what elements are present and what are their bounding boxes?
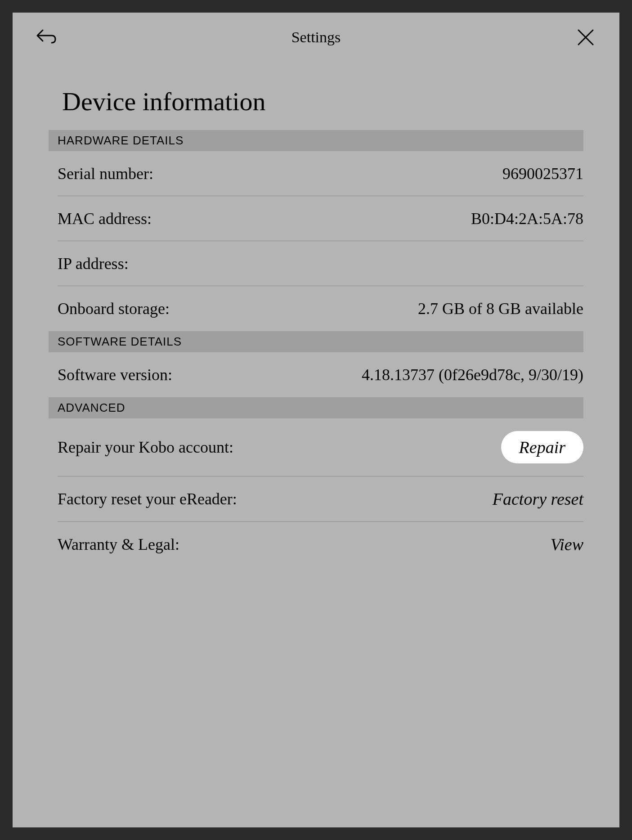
factory-reset-button[interactable]: Factory reset (493, 489, 583, 509)
software-version-label: Software version: (58, 365, 172, 384)
row-mac-address: MAC address: B0:D4:2A:5A:78 (58, 196, 583, 241)
software-version-value: 4.18.13737 (0f26e9d78c, 9/30/19) (362, 365, 583, 384)
page-title: Device information (13, 59, 619, 130)
storage-value: 2.7 GB of 8 GB available (418, 299, 583, 318)
header-title: Settings (291, 29, 341, 46)
device-info-screen: Settings Device information HARDWARE DET… (13, 13, 619, 827)
row-serial-number: Serial number: 9690025371 (58, 151, 583, 196)
row-factory-reset: Factory reset your eReader: Factory rese… (58, 476, 583, 522)
warranty-legal-label: Warranty & Legal: (58, 535, 179, 554)
factory-reset-label: Factory reset your eReader: (58, 490, 237, 508)
storage-label: Onboard storage: (58, 299, 170, 318)
close-button[interactable] (574, 26, 597, 49)
close-icon (577, 28, 595, 46)
ip-address-label: IP address: (58, 254, 129, 273)
row-software-version: Software version: 4.18.13737 (0f26e9d78c… (58, 352, 583, 397)
row-ip-address: IP address: (58, 241, 583, 286)
repair-button[interactable]: Repair (501, 431, 583, 463)
back-arrow-icon (36, 28, 57, 46)
serial-number-label: Serial number: (58, 164, 153, 183)
row-warranty-legal: Warranty & Legal: View (58, 522, 583, 567)
mac-address-label: MAC address: (58, 209, 152, 228)
mac-address-value: B0:D4:2A:5A:78 (471, 209, 583, 228)
back-button[interactable] (35, 26, 58, 49)
serial-number-value: 9690025371 (502, 164, 583, 183)
warranty-view-button[interactable]: View (551, 535, 583, 554)
header-bar: Settings (13, 13, 619, 59)
section-header-hardware: HARDWARE DETAILS (49, 130, 583, 151)
row-repair-account: Repair your Kobo account: Repair (58, 418, 583, 476)
repair-account-label: Repair your Kobo account: (58, 438, 233, 457)
row-onboard-storage: Onboard storage: 2.7 GB of 8 GB availabl… (58, 286, 583, 331)
section-header-software: SOFTWARE DETAILS (49, 331, 583, 352)
section-header-advanced: ADVANCED (49, 397, 583, 418)
